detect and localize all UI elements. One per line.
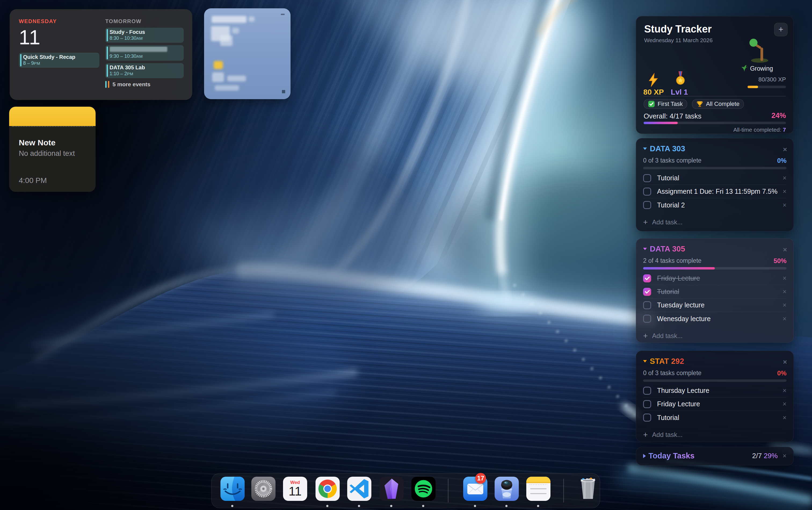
svg-text:11: 11 bbox=[289, 484, 302, 498]
